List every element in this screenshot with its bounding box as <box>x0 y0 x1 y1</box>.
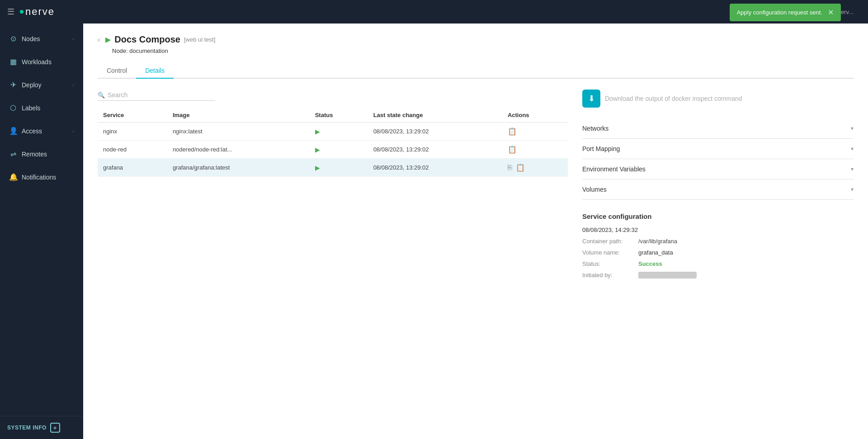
toast-message: Apply configuration request sent. <box>737 9 822 16</box>
service-config: Service configuration 08/08/2023, 14:29:… <box>582 212 854 279</box>
search-container: 🔍 <box>98 90 215 101</box>
hamburger-icon[interactable]: ☰ <box>7 7 14 17</box>
sidebar-label-nodes: Nodes <box>22 35 68 42</box>
nodes-chevron-icon: › <box>72 36 74 42</box>
notifications-icon: 🔔 <box>9 173 17 181</box>
accordion-env-vars: Environment Variables ▾ <box>582 159 854 179</box>
services-table: Service Image Status Last state change A… <box>98 108 568 177</box>
accordion-networks-header[interactable]: Networks ▾ <box>582 118 854 138</box>
col-actions: Actions <box>502 108 568 123</box>
accordion-port-mapping: Port Mapping ▾ <box>582 139 854 159</box>
sidebar-label-workloads: Workloads <box>22 58 74 66</box>
workload-status-icon: ▶ <box>105 35 111 44</box>
download-icon: ⬇ <box>582 90 600 108</box>
config-label-volume-name: Volume name: <box>582 249 637 256</box>
col-status: Status <box>310 108 368 123</box>
accordion-networks-chevron-icon: ▾ <box>851 125 854 132</box>
status-running-icon: ▶ <box>315 128 320 135</box>
page-title: Docs Compose <box>114 34 180 45</box>
download-button[interactable]: ⬇ Download the output of docker inspect … <box>582 90 854 108</box>
config-value-initiated-by: ██████████████ <box>638 272 697 279</box>
tab-control[interactable]: Control <box>98 63 136 79</box>
sidebar-item-remotes[interactable]: ⇌ Remotes <box>0 142 83 165</box>
cell-service: nginx <box>98 123 167 141</box>
download-text: Download the output of docker inspect co… <box>605 95 742 102</box>
cell-status: ▶ <box>310 123 368 141</box>
sidebar-item-deploy[interactable]: ✈ Deploy › <box>0 73 83 96</box>
system-info-icon: + <box>50 423 60 433</box>
toast-close-button[interactable]: ✕ <box>828 8 834 17</box>
accordion-env-vars-header[interactable]: Environment Variables ▾ <box>582 159 854 179</box>
sidebar-item-nodes[interactable]: ⊙ Nodes › <box>0 27 83 50</box>
sidebar-label-remotes: Remotes <box>22 151 74 158</box>
sidebar-item-access[interactable]: 👤 Access › <box>0 119 83 142</box>
accordion-volumes-header[interactable]: Volumes ▾ <box>582 179 854 199</box>
action-logs-icon[interactable]: 📋 <box>516 164 525 171</box>
cell-actions: ⎘ 📋 <box>502 159 568 177</box>
service-config-title: Service configuration <box>582 212 854 220</box>
cell-last-change: 08/08/2023, 13:29:02 <box>368 123 502 141</box>
sidebar-item-labels[interactable]: ⬡ Labels <box>0 96 83 119</box>
action-open-icon[interactable]: ⎘ <box>508 164 512 171</box>
accordion-volumes: Volumes ▾ <box>582 179 854 200</box>
accordion-networks-label: Networks <box>582 125 609 132</box>
logo-text: nerve <box>25 6 55 18</box>
config-label-status: Status: <box>582 260 637 267</box>
config-row-initiated-by: Initiated by: ██████████████ <box>582 272 854 279</box>
sidebar-label-access: Access <box>22 127 68 135</box>
accordion-volumes-chevron-icon: ▾ <box>851 186 854 193</box>
access-icon: 👤 <box>9 127 17 135</box>
node-value: documentation <box>129 47 168 54</box>
toast-notification: Apply configuration request sent. ✕ <box>730 4 841 21</box>
status-running-icon: ▶ <box>315 164 320 171</box>
cell-actions: 📋 <box>502 141 568 159</box>
workloads-icon: ▦ <box>9 57 17 66</box>
cell-service: node-red <box>98 141 167 159</box>
config-row-timestamp: 08/08/2023, 14:29:32 <box>582 227 854 233</box>
cell-image: grafana/grafana:latest <box>167 159 310 177</box>
system-info-button[interactable]: SYSTEM INFO + <box>7 423 76 433</box>
search-input[interactable] <box>108 91 215 99</box>
cell-actions: 📋 <box>502 123 568 141</box>
search-icon: 🔍 <box>98 92 105 99</box>
sidebar-item-notifications[interactable]: 🔔 Notifications <box>0 165 83 189</box>
accordion-volumes-label: Volumes <box>582 186 607 193</box>
accordion-networks: Networks ▾ <box>582 118 854 139</box>
action-logs-icon[interactable]: 📋 <box>508 127 517 135</box>
config-value-status: Success <box>638 260 662 267</box>
sidebar-label-labels: Labels <box>22 104 74 112</box>
sidebar-label-notifications: Notifications <box>22 174 74 181</box>
tabs: Control Details <box>98 63 854 79</box>
col-service: Service <box>98 108 167 123</box>
cell-last-change: 08/08/2023, 13:29:02 <box>368 141 502 159</box>
sidebar-label-system-info: SYSTEM INFO <box>7 425 47 431</box>
logo-dot <box>20 10 24 14</box>
logo: nerve <box>20 6 55 18</box>
access-chevron-icon: › <box>72 128 74 134</box>
page-header: ‹ ▶ Docs Compose [web ui test] <box>98 34 854 45</box>
sidebar-bottom: SYSTEM INFO + <box>0 416 83 439</box>
app-body: ⊙ Nodes › ▦ Workloads ✈ Deploy › ⬡ Label… <box>0 24 868 439</box>
accordion-port-mapping-header[interactable]: Port Mapping ▾ <box>582 139 854 159</box>
accordion-port-mapping-chevron-icon: ▾ <box>851 146 854 152</box>
cell-last-change: 08/08/2023, 13:29:02 <box>368 159 502 177</box>
node-label: Node: <box>112 47 128 54</box>
config-row-volume-name: Volume name: grafana_data <box>582 249 854 256</box>
tab-details[interactable]: Details <box>136 63 174 79</box>
table-row[interactable]: grafana grafana/grafana:latest ▶ 08/08/2… <box>98 159 568 177</box>
col-last-change: Last state change <box>368 108 502 123</box>
page-subtitle: Node: documentation <box>112 47 854 54</box>
deploy-icon: ✈ <box>9 80 17 89</box>
deploy-chevron-icon: › <box>72 82 74 88</box>
cell-image: nodered/node-red:lat... <box>167 141 310 159</box>
table-row[interactable]: nginx nginx:latest ▶ 08/08/2023, 13:29:0… <box>98 123 568 141</box>
navbar: ☰ nerve ▾ ND Nerv... Apply configuration… <box>0 0 868 24</box>
config-label-initiated-by: Initiated by: <box>582 272 637 279</box>
table-row[interactable]: node-red nodered/node-red:lat... ▶ 08/08… <box>98 141 568 159</box>
content-split: 🔍 Service Image Status Last state change… <box>98 90 854 283</box>
back-button[interactable]: ‹ <box>98 36 100 44</box>
config-row-status: Status: Success <box>582 260 854 267</box>
sidebar-item-workloads[interactable]: ▦ Workloads <box>0 50 83 73</box>
status-running-icon: ▶ <box>315 146 320 153</box>
action-logs-icon[interactable]: 📋 <box>508 146 517 153</box>
